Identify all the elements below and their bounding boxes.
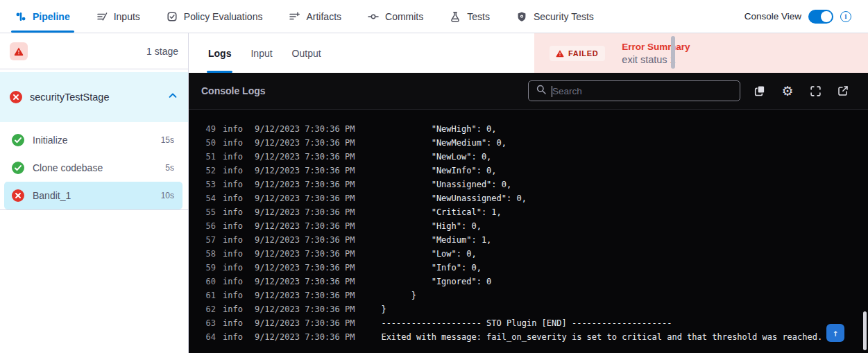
log-line-number: 53 xyxy=(205,178,216,191)
log-timestamp: 9/12/2023 7:30:36 PM xyxy=(255,316,355,330)
gear-icon[interactable]: ⚙ xyxy=(781,84,794,98)
log-timestamp: 9/12/2023 7:30:36 PM xyxy=(255,178,355,191)
log-timestamp: 9/12/2023 7:30:36 PM xyxy=(255,136,355,150)
log-level: info xyxy=(223,191,243,205)
nav-tab-inputs[interactable]: Inputs xyxy=(96,0,140,33)
log-level: info xyxy=(223,164,243,178)
search-input[interactable] xyxy=(552,86,733,96)
info-icon[interactable]: i xyxy=(840,11,851,22)
log-line: 58 info 9/12/2023 7:30:36 PM "Low": 0, xyxy=(205,247,868,261)
log-message: "Critical": 1, xyxy=(381,205,501,219)
policy-evaluations-icon xyxy=(167,11,178,22)
step-list: Initialize 15s Clone codebase 5s Bandit_… xyxy=(0,126,188,210)
nav-tab-policy-evaluations[interactable]: Policy Evaluations xyxy=(167,0,263,33)
stage-name: securityTestStage xyxy=(30,92,160,103)
error-strip-scrollbar[interactable] xyxy=(671,36,675,69)
stage-row-securityteststage[interactable]: securityTestStage xyxy=(0,72,188,122)
log-level: info xyxy=(223,233,243,247)
step-row-initialize[interactable]: Initialize 15s xyxy=(0,126,188,154)
inputs-icon xyxy=(96,11,108,22)
log-line-number: 60 xyxy=(205,275,216,289)
copy-icon[interactable] xyxy=(753,84,767,98)
security-tests-icon xyxy=(516,11,527,22)
chevron-up-icon[interactable] xyxy=(167,90,178,104)
log-message: "Medium": 1, xyxy=(381,233,491,247)
log-line-number: 52 xyxy=(205,164,216,178)
toggle-knob xyxy=(821,11,832,22)
step-row-clone-codebase[interactable]: Clone codebase 5s xyxy=(0,154,188,182)
error-summary-detail: exit status 1 xyxy=(622,54,690,65)
failed-badge-label: FAILED xyxy=(568,49,598,58)
log-timestamp: 9/12/2023 7:30:36 PM xyxy=(255,330,355,344)
step-name: Clone codebase xyxy=(33,162,157,173)
log-line-number: 56 xyxy=(205,219,216,233)
console-logs-title: Console Logs xyxy=(201,85,528,96)
tab-label: Output xyxy=(292,48,321,59)
tab-logs[interactable]: Logs xyxy=(208,33,231,73)
log-message: } xyxy=(381,302,386,316)
arrow-up-icon: ↑ xyxy=(833,327,838,338)
log-message: "Low": 0, xyxy=(381,247,476,261)
error-summary-text: Error Summary exit status 1 xyxy=(622,42,690,65)
nav-tab-pipeline[interactable]: Pipeline xyxy=(15,0,70,33)
log-level: info xyxy=(223,289,243,302)
log-message: "NewMedium": 0, xyxy=(381,136,507,150)
log-timestamp: 9/12/2023 7:30:36 PM xyxy=(255,219,355,233)
step-name: Initialize xyxy=(33,135,153,146)
step-duration: 10s xyxy=(161,191,174,200)
step-row-bandit-1[interactable]: Bandit_1 10s xyxy=(4,182,182,209)
log-line: 57 info 9/12/2023 7:30:36 PM "Medium": 1… xyxy=(205,233,868,247)
nav-tab-security-tests[interactable]: Security Tests xyxy=(516,0,594,33)
external-link-icon[interactable] xyxy=(836,84,850,98)
nav-tab-tests[interactable]: Tests xyxy=(450,0,490,33)
text-cursor xyxy=(552,86,552,97)
log-line-number: 50 xyxy=(205,136,216,150)
log-message: } xyxy=(381,289,416,302)
scroll-to-top-button[interactable]: ↑ xyxy=(826,324,844,342)
pipeline-icon xyxy=(15,11,26,22)
console-log-viewport[interactable]: 49 info 9/12/2023 7:30:36 PM "NewHigh": … xyxy=(189,110,868,353)
log-line-number: 59 xyxy=(205,261,216,275)
log-timestamp: 9/12/2023 7:30:36 PM xyxy=(255,122,355,136)
log-line: 61 info 9/12/2023 7:30:36 PM } xyxy=(205,289,868,302)
nav-tab-commits[interactable]: Commits xyxy=(368,0,423,33)
log-timestamp: 9/12/2023 7:30:36 PM xyxy=(255,261,355,275)
log-level: info xyxy=(223,302,243,316)
tab-label: Input xyxy=(250,48,272,59)
pipeline-execution-page: Pipeline Inputs Policy Evaluations Artif… xyxy=(0,0,868,353)
log-line-number: 61 xyxy=(205,289,216,302)
log-line: 52 info 9/12/2023 7:30:36 PM "NewInfo": … xyxy=(205,164,868,178)
log-line-number: 54 xyxy=(205,191,216,205)
nav-tab-artifacts[interactable]: Artifacts xyxy=(289,0,341,33)
log-level: info xyxy=(223,275,243,289)
tab-input[interactable]: Input xyxy=(250,33,272,73)
log-timestamp: 9/12/2023 7:30:36 PM xyxy=(255,289,355,302)
log-search-box[interactable] xyxy=(528,80,740,101)
log-timestamp: 9/12/2023 7:30:36 PM xyxy=(255,233,355,247)
tab-label: Logs xyxy=(208,48,231,59)
log-level: info xyxy=(223,178,243,191)
log-level: info xyxy=(223,219,243,233)
log-level: info xyxy=(223,136,243,150)
log-timestamp: 9/12/2023 7:30:36 PM xyxy=(255,164,355,178)
log-timestamp: 9/12/2023 7:30:36 PM xyxy=(255,205,355,219)
log-scrollbar[interactable] xyxy=(863,311,867,350)
log-line-number: 55 xyxy=(205,205,216,219)
top-nav-tabs: Pipeline Inputs Policy Evaluations Artif… xyxy=(15,0,594,33)
log-line: 54 info 9/12/2023 7:30:36 PM "NewUnassig… xyxy=(205,191,868,205)
search-icon xyxy=(536,84,547,98)
fullscreen-icon[interactable] xyxy=(808,84,822,98)
tab-output[interactable]: Output xyxy=(292,33,321,73)
nav-tab-label: Pipeline xyxy=(33,11,70,22)
console-view-toggle[interactable] xyxy=(808,10,833,24)
step-success-icon xyxy=(12,162,24,174)
log-line-number: 49 xyxy=(205,122,216,136)
log-level: info xyxy=(223,316,243,330)
log-line-number: 64 xyxy=(205,330,216,344)
failed-status-badge: FAILED xyxy=(550,46,605,61)
log-line-number: 62 xyxy=(205,302,216,316)
log-line: 51 info 9/12/2023 7:30:36 PM "NewLow": 0… xyxy=(205,150,868,164)
error-summary-strip: FAILED Error Summary exit status 1 xyxy=(534,33,868,73)
log-line: 59 info 9/12/2023 7:30:36 PM "Info": 0, xyxy=(205,261,868,275)
log-line: 62 info 9/12/2023 7:30:36 PM } xyxy=(205,302,868,316)
